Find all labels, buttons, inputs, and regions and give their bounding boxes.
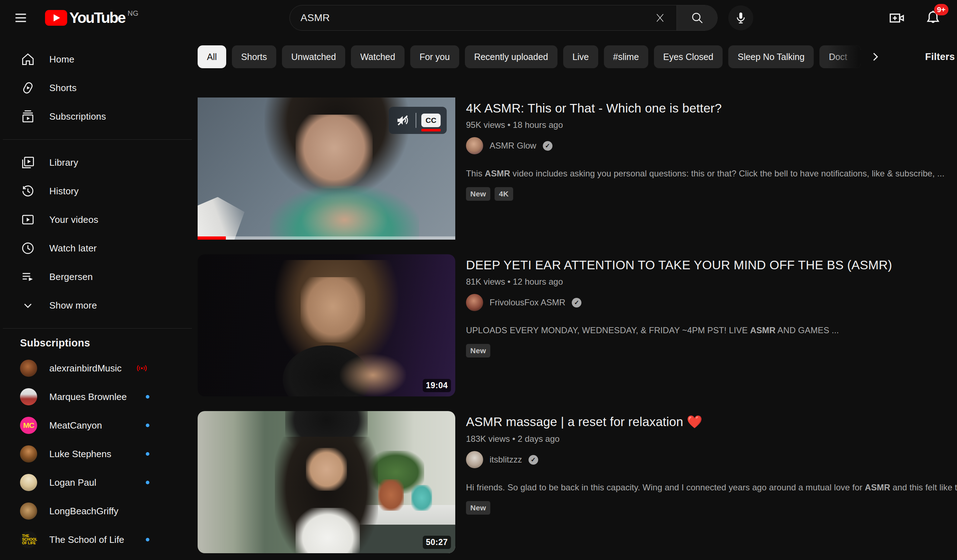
playlist-icon [20, 269, 36, 285]
verified-badge-icon: ✓ [543, 141, 553, 151]
video-thumbnail[interactable]: 50:27 [197, 411, 455, 553]
country-code: NG [128, 9, 139, 17]
avatar [20, 360, 37, 377]
subscription-channel[interactable]: Luke Stephens [0, 440, 157, 468]
closed-captions-icon: CC [421, 114, 441, 127]
sidebar-item-your-videos[interactable]: Your videos [0, 205, 157, 234]
sidebar-item-history[interactable]: History [0, 177, 157, 205]
sidebar-item-label: Shorts [49, 82, 76, 93]
home-icon [20, 51, 36, 67]
live-indicator-icon [134, 364, 149, 373]
hamburger-icon [13, 10, 28, 26]
video-meta: 183K views • 2 days ago [466, 434, 957, 444]
sidebar-item-subscriptions[interactable]: Subscriptions [0, 102, 157, 131]
video-description: Hi friends. So glad to be back in this c… [466, 483, 957, 492]
subscription-channel[interactable]: LongBeachGriffy [0, 497, 157, 525]
youtube-play-icon [45, 10, 67, 26]
avatar [20, 503, 37, 520]
topbar: YouTube NG ASMR [0, 0, 957, 36]
sidebar-item-watch-later[interactable]: Watch later [0, 234, 157, 262]
subscription-channel[interactable]: THE SCHOOL OF LIFE The School of Life [0, 525, 157, 554]
new-badge: New [466, 501, 490, 515]
avatar [20, 445, 37, 462]
subscription-channel[interactable]: MC MeatCanyon [0, 411, 157, 440]
heart-emoji: ❤️ [687, 415, 703, 429]
library-icon [20, 155, 36, 170]
subscription-channel[interactable]: Marques Brownlee [0, 382, 157, 411]
chevron-down-icon [20, 298, 36, 313]
sidebar-item-label: History [49, 186, 79, 197]
sidebar-item-label: Watch later [49, 243, 97, 254]
video-thumbnail[interactable]: 19:04 [197, 254, 455, 396]
verified-badge-icon: ✓ [529, 455, 538, 465]
sidebar-item-bergersen-playlist[interactable]: Bergersen [0, 262, 157, 291]
history-icon [20, 183, 36, 199]
chip-live[interactable]: Live [563, 45, 598, 68]
search-input[interactable]: ASMR [290, 5, 676, 30]
youtube-wordmark: YouTube [69, 10, 125, 26]
channel-name: ASMR Glow [490, 141, 536, 151]
chip-watched[interactable]: Watched [351, 45, 404, 68]
video-description: UPLOADS EVERY MONDAY, WEDNESDAY, & FRIDA… [466, 325, 957, 335]
overlay-divider [415, 113, 416, 128]
chip-shorts[interactable]: Shorts [232, 45, 276, 68]
sidebar-item-home[interactable]: Home [0, 45, 157, 74]
channel-link[interactable]: FrivolousFox ASMR ✓ [466, 294, 581, 311]
video-description: This ASMR video includes asking you pers… [466, 169, 957, 178]
video-meta: 81K views • 12 hours ago [466, 277, 957, 287]
clock-icon [20, 240, 36, 256]
video-thumbnail[interactable]: CC [197, 98, 455, 240]
notification-count-badge: 9+ [934, 4, 948, 15]
avatar: THE SCHOOL OF LIFE [20, 531, 37, 548]
chip-for-you[interactable]: For you [410, 45, 459, 68]
subscription-channel[interactable]: Logan Paul [0, 468, 157, 497]
search-query-text: ASMR [300, 12, 650, 24]
clear-search-button[interactable] [650, 8, 670, 28]
chip-sleep-no-talking[interactable]: Sleep No Talking [728, 45, 814, 68]
sidebar-item-shorts[interactable]: Shorts [0, 74, 157, 102]
video-title[interactable]: DEEP YETI EAR ATTENTION TO TAKE YOUR MIN… [466, 258, 957, 272]
chip-doctor-clipped[interactable]: Doct [820, 45, 861, 68]
new-content-dot [146, 481, 149, 484]
create-button[interactable] [888, 9, 905, 27]
search-icon [690, 11, 704, 25]
chip-eyes-closed[interactable]: Eyes Closed [654, 45, 723, 68]
microphone-icon [734, 11, 748, 25]
avatar: MC [20, 417, 37, 434]
voice-search-button[interactable] [728, 5, 753, 30]
new-content-dot [146, 538, 149, 541]
video-title[interactable]: 4K ASMR: This or That - Which one is bet… [466, 101, 957, 115]
sidebar-divider [3, 139, 192, 140]
channel-name: FrivolousFox ASMR [490, 298, 565, 308]
video-title[interactable]: ASMR massage | a reset for relaxation ❤️ [466, 415, 957, 429]
chip-recently-uploaded[interactable]: Recently uploaded [465, 45, 557, 68]
new-content-dot [146, 395, 149, 399]
sidebar-item-label: Your videos [49, 214, 98, 226]
sidebar-divider [3, 328, 192, 328]
menu-button[interactable] [12, 9, 29, 27]
filters-button[interactable]: Filters [925, 51, 955, 63]
new-badge: New [466, 187, 490, 201]
notifications-button[interactable]: 9+ [924, 9, 942, 27]
preview-controls[interactable]: CC [389, 107, 447, 134]
search-button[interactable] [676, 5, 717, 30]
chip-slime[interactable]: #slime [604, 45, 648, 68]
youtube-logo[interactable]: YouTube NG [45, 10, 139, 26]
sidebar-item-show-more[interactable]: Show more [0, 291, 157, 320]
sidebar-item-library[interactable]: Library [0, 148, 157, 177]
sidebar: Home Shorts Subscriptions Library Histor… [0, 36, 197, 560]
video-result: 19:04 DEEP YETI EAR ATTENTION TO TAKE YO… [197, 254, 957, 396]
channel-link[interactable]: ASMR Glow ✓ [466, 137, 553, 154]
new-badge: New [466, 344, 490, 358]
channel-link[interactable]: itsblitzzz ✓ [466, 451, 538, 468]
video-result: 50:27 ASMR massage | a reset for relaxat… [197, 411, 957, 553]
verified-badge-icon: ✓ [572, 298, 581, 308]
chevron-right-icon [868, 50, 882, 64]
video-meta: 95K views • 18 hours ago [466, 120, 957, 130]
channel-avatar [466, 294, 483, 311]
chip-unwatched[interactable]: Unwatched [282, 45, 345, 68]
chip-all[interactable]: All [197, 45, 226, 68]
chips-scroll-right-button[interactable] [868, 50, 882, 64]
subscription-channel[interactable]: alexrainbirdMusic [0, 354, 157, 382]
video-duration: 50:27 [423, 536, 451, 549]
